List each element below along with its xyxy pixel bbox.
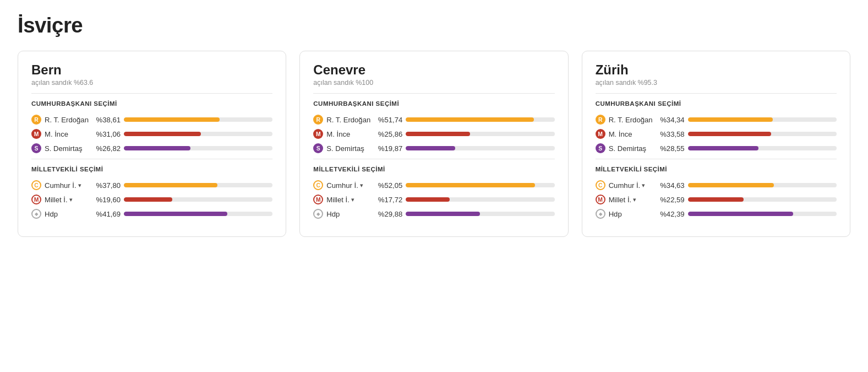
party-pct: %41,69 xyxy=(92,210,121,218)
bar-fill xyxy=(406,132,470,136)
parliament-candidate-row: C Cumhur İ. ▾ %34,63 xyxy=(596,180,837,190)
parliament-section-title: MİLLETVEKİLİ SEÇİMİ xyxy=(31,166,272,172)
city-name: Cenevre xyxy=(313,62,554,78)
party-name: Millet İ. ▾ xyxy=(326,196,370,204)
candidate-icon: M xyxy=(31,129,41,139)
bar-track xyxy=(688,132,837,136)
candidate-icon: S xyxy=(313,143,323,153)
chevron-down-icon: ▾ xyxy=(633,196,636,203)
bar-fill xyxy=(406,117,534,122)
parliament-candidate-row: C Cumhur İ. ▾ %52,05 xyxy=(313,180,554,190)
bar-fill xyxy=(406,212,480,216)
city-name: Zürih xyxy=(596,62,837,78)
candidate-icon: S xyxy=(596,143,605,153)
party-name: Hdp xyxy=(45,210,89,218)
parliament-candidate-row: ◆ Hdp %41,69 xyxy=(31,209,272,219)
bar-fill xyxy=(406,197,450,202)
cards-container: Bern açılan sandık %63.6 CUMHURBAŞKANI S… xyxy=(18,51,850,237)
bar-fill xyxy=(124,117,220,122)
candidate-icon: M xyxy=(596,129,605,139)
candidate-pct: %33,58 xyxy=(656,130,685,138)
card-cenevre: Cenevre açılan sandık %100 CUMHURBAŞKANI… xyxy=(299,51,568,237)
party-name: Cumhur İ. ▾ xyxy=(45,181,89,190)
party-pct: %37,80 xyxy=(92,181,121,190)
parliament-candidate-row: C Cumhur İ. ▾ %37,80 xyxy=(31,180,272,190)
presidential-candidate-row: S S. Demirtaş %28,55 xyxy=(596,143,837,153)
presidential-candidate-row: M M. İnce %25,86 xyxy=(313,129,554,139)
party-pct: %52,05 xyxy=(374,181,402,190)
party-pct: %19,60 xyxy=(92,196,121,204)
parliament-candidate-row: M Millet İ. ▾ %19,60 xyxy=(31,195,272,204)
bar-fill xyxy=(406,146,455,150)
card-zürih: Zürih açılan sandık %95.3 CUMHURBAŞKANI … xyxy=(582,51,850,237)
party-icon: M xyxy=(31,195,41,204)
bar-track xyxy=(688,183,837,187)
candidate-pct: %25,86 xyxy=(374,130,402,138)
parliament-candidate-row: M Millet İ. ▾ %17,72 xyxy=(313,195,554,204)
candidate-name: S. Demirtaş xyxy=(45,144,89,153)
bar-track xyxy=(406,183,554,187)
party-pct: %17,72 xyxy=(374,196,402,204)
bar-fill xyxy=(688,146,759,150)
candidate-pct: %34,34 xyxy=(656,116,685,124)
party-pct: %42,39 xyxy=(656,210,685,218)
candidate-pct: %28,55 xyxy=(656,144,685,153)
party-pct: %29,88 xyxy=(374,210,402,218)
bar-track xyxy=(688,197,837,202)
presidential-candidate-row: R R. T. Erdoğan %34,34 xyxy=(596,115,837,125)
presidential-candidate-row: M M. İnce %31,06 xyxy=(31,129,272,139)
card-bern: Bern açılan sandık %63.6 CUMHURBAŞKANI S… xyxy=(18,51,286,237)
party-name: Cumhur İ. ▾ xyxy=(609,181,653,190)
candidate-pct: %26,82 xyxy=(92,144,121,153)
bar-fill xyxy=(688,212,793,216)
chevron-down-icon: ▾ xyxy=(642,182,645,189)
candidate-name: M. İnce xyxy=(609,130,653,138)
presidential-section-title: CUMHURBAŞKANI SEÇİMİ xyxy=(31,100,272,107)
party-name: Hdp xyxy=(609,210,653,218)
candidate-name: R. T. Erdoğan xyxy=(609,116,653,124)
candidate-name: M. İnce xyxy=(45,130,89,138)
bar-fill xyxy=(688,183,774,187)
parliament-candidate-row: ◆ Hdp %29,88 xyxy=(313,209,554,219)
bar-fill xyxy=(124,183,217,187)
party-icon: C xyxy=(313,180,323,190)
chevron-down-icon: ▾ xyxy=(78,182,81,189)
party-icon: ◆ xyxy=(596,209,605,219)
bar-track xyxy=(124,212,272,216)
bar-track xyxy=(688,117,837,122)
party-icon: M xyxy=(596,195,605,204)
party-icon: C xyxy=(596,180,605,190)
bar-track xyxy=(406,212,554,216)
party-icon: C xyxy=(31,180,41,190)
party-pct: %34,63 xyxy=(656,181,685,190)
candidate-pct: %31,06 xyxy=(92,130,121,138)
bar-track xyxy=(124,197,272,202)
bar-track xyxy=(124,132,272,136)
candidate-pct: %51,74 xyxy=(374,116,402,124)
presidential-section-title: CUMHURBAŞKANI SEÇİMİ xyxy=(596,100,837,107)
presidential-candidate-row: S S. Demirtaş %19,87 xyxy=(313,143,554,153)
subtitle: açılan sandık %63.6 xyxy=(31,79,272,87)
party-icon: ◆ xyxy=(31,209,41,219)
candidate-icon: R xyxy=(31,115,41,125)
bar-fill xyxy=(688,132,771,136)
candidate-name: R. T. Erdoğan xyxy=(45,116,89,124)
parliament-candidate-row: M Millet İ. ▾ %22,59 xyxy=(596,195,837,204)
bar-track xyxy=(406,197,554,202)
bar-track xyxy=(406,132,554,136)
bar-fill xyxy=(124,197,172,202)
bar-track xyxy=(688,146,837,150)
bar-fill xyxy=(406,183,535,187)
candidate-pct: %19,87 xyxy=(374,144,402,153)
presidential-candidate-row: R R. T. Erdoğan %51,74 xyxy=(313,115,554,125)
party-icon: M xyxy=(313,195,323,204)
candidate-pct: %38,61 xyxy=(92,116,121,124)
presidential-candidate-row: S S. Demirtaş %26,82 xyxy=(31,143,272,153)
presidential-section-title: CUMHURBAŞKANI SEÇİMİ xyxy=(313,100,554,107)
chevron-down-icon: ▾ xyxy=(351,196,354,203)
chevron-down-icon: ▾ xyxy=(69,196,73,203)
bar-track xyxy=(688,212,837,216)
candidate-name: S. Demirtaş xyxy=(609,144,653,153)
bar-track xyxy=(406,146,554,150)
parliament-section-title: MİLLETVEKİLİ SEÇİMİ xyxy=(596,166,837,172)
